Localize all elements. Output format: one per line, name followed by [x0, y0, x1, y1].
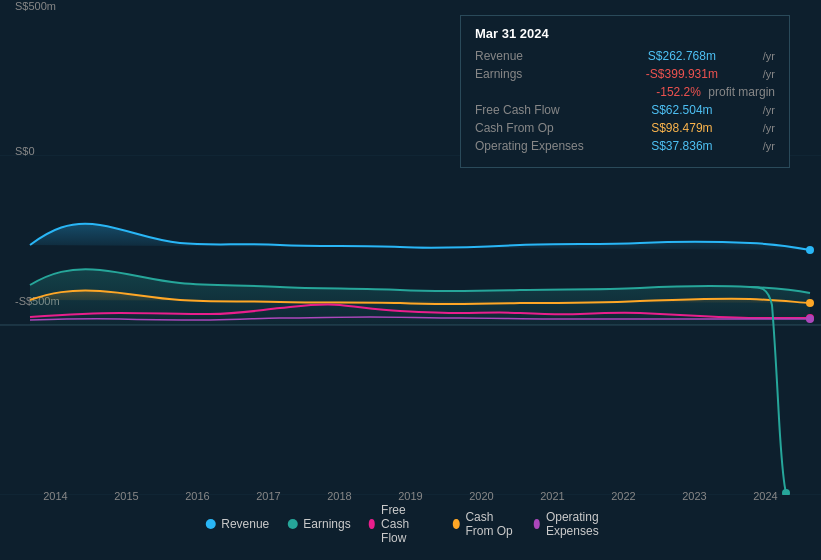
legend-dot-revenue: [205, 519, 215, 529]
tooltip-opex-unit: /yr: [763, 140, 775, 152]
x-label-2016: 2016: [185, 490, 209, 502]
legend-label-revenue: Revenue: [221, 517, 269, 531]
tooltip-fcf-label: Free Cash Flow: [475, 103, 605, 117]
tooltip-earnings-unit: /yr: [763, 68, 775, 80]
x-label-2024: 2024: [753, 490, 777, 502]
legend-dot-cashfromop: [453, 519, 459, 529]
x-label-2021: 2021: [540, 490, 564, 502]
legend-dot-fcf: [369, 519, 375, 529]
tooltip-opex-row: Operating Expenses S$37.836m /yr: [475, 139, 775, 153]
tooltip-fcf-row: Free Cash Flow S$62.504m /yr: [475, 103, 775, 117]
legend-item-revenue[interactable]: Revenue: [205, 517, 269, 531]
tooltip-cashfromop-label: Cash From Op: [475, 121, 605, 135]
legend-dot-opex: [534, 519, 540, 529]
x-label-2020: 2020: [469, 490, 493, 502]
svg-point-3: [806, 246, 814, 254]
x-label-2023: 2023: [682, 490, 706, 502]
legend-dot-earnings: [287, 519, 297, 529]
y-axis-top: S$500m: [15, 0, 56, 12]
tooltip-fcf-value: S$62.504m: [651, 103, 712, 117]
legend-item-fcf[interactable]: Free Cash Flow: [369, 503, 435, 545]
tooltip-opex-label: Operating Expenses: [475, 139, 605, 153]
tooltip-revenue-row: Revenue S$262.768m /yr: [475, 49, 775, 63]
x-label-2022: 2022: [611, 490, 635, 502]
tooltip-fcf-unit: /yr: [763, 104, 775, 116]
chart-legend: Revenue Earnings Free Cash Flow Cash Fro…: [205, 503, 616, 545]
tooltip-profit-margin-row: -152.2% profit margin: [475, 85, 775, 99]
tooltip-earnings-row: Earnings -S$399.931m /yr: [475, 67, 775, 81]
x-label-2018: 2018: [327, 490, 351, 502]
x-label-2015: 2015: [114, 490, 138, 502]
chart-container: Mar 31 2024 Revenue S$262.768m /yr Earni…: [0, 0, 821, 560]
legend-label-opex: Operating Expenses: [546, 510, 616, 538]
x-label-2017: 2017: [256, 490, 280, 502]
svg-point-7: [806, 315, 814, 323]
tooltip-revenue-value: S$262.768m: [648, 49, 716, 63]
legend-label-cashfromop: Cash From Op: [465, 510, 515, 538]
tooltip-opex-value: S$37.836m: [651, 139, 712, 153]
legend-label-fcf: Free Cash Flow: [381, 503, 435, 545]
tooltip-box: Mar 31 2024 Revenue S$262.768m /yr Earni…: [460, 15, 790, 168]
tooltip-profit-margin-text: profit margin: [705, 85, 775, 99]
legend-item-cashfromop[interactable]: Cash From Op: [453, 510, 515, 538]
chart-svg: [0, 155, 821, 495]
x-label-2019: 2019: [398, 490, 422, 502]
tooltip-cashfromop-row: Cash From Op S$98.479m /yr: [475, 121, 775, 135]
svg-point-6: [806, 299, 814, 307]
legend-item-opex[interactable]: Operating Expenses: [534, 510, 616, 538]
tooltip-revenue-label: Revenue: [475, 49, 605, 63]
tooltip-revenue-unit: /yr: [763, 50, 775, 62]
tooltip-date: Mar 31 2024: [475, 26, 775, 41]
tooltip-cashfromop-unit: /yr: [763, 122, 775, 134]
x-axis: 2014 2015 2016 2017 2018 2019 2020 2021 …: [0, 490, 821, 502]
legend-label-earnings: Earnings: [303, 517, 350, 531]
tooltip-earnings-label: Earnings: [475, 67, 605, 81]
legend-item-earnings[interactable]: Earnings: [287, 517, 350, 531]
tooltip-cashfromop-value: S$98.479m: [651, 121, 712, 135]
tooltip-earnings-value: -S$399.931m: [646, 67, 718, 81]
tooltip-profit-margin-value: -152.2%: [656, 85, 701, 99]
x-label-2014: 2014: [43, 490, 67, 502]
